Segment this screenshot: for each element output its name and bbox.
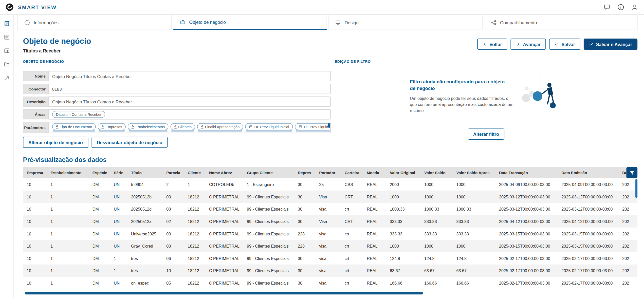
- info-icon: [617, 4, 624, 11]
- field-value-conector[interactable]: 8183: [48, 84, 330, 94]
- cell-grupo-cliente: 99 - Clientes Especiais: [243, 194, 294, 199]
- cell-dat: 202: [619, 256, 638, 260]
- folder-icon: [4, 61, 10, 67]
- field-areas: ÁreasDatasul - Contas a Receber: [23, 109, 331, 120]
- calendar-icon: [299, 125, 302, 129]
- tab-objeto-de-negocio[interactable]: Objeto de negócio: [173, 15, 327, 30]
- avancar-button[interactable]: Avançar: [511, 39, 546, 50]
- cell-cliente: 18212: [184, 207, 205, 211]
- cell-portador: visa: [316, 256, 341, 260]
- cell-data-transacao: 2025-02-17T00:00:00-03:00: [495, 268, 558, 273]
- cell-valor-saldo: 166.66: [420, 281, 452, 285]
- account-button[interactable]: [631, 4, 638, 11]
- cell-serie: UN: [110, 207, 127, 211]
- cell-serie: UN: [110, 219, 127, 224]
- cell-data-emissao: 2025-02-17T00:00:00-03:00: [558, 268, 619, 273]
- sidebar-item-wand[interactable]: [2, 73, 11, 83]
- cell-grupo-cliente: 99 - Clientes Especiais: [243, 268, 294, 273]
- page-head: Objeto de negócio Títulos a Receber Volt…: [23, 35, 637, 53]
- cell-titulo: Grav_Ccred: [127, 244, 162, 248]
- chip-tipo-de-documento: ATipo de Documento: [52, 123, 96, 130]
- column-header-portador: Portador: [316, 171, 341, 175]
- cell-valor-saldo-apres: 1000: [453, 244, 495, 248]
- cell-serie: UN: [110, 182, 127, 187]
- cell-valor-original: 1000.33: [386, 207, 420, 211]
- cell-estabelecimento: 1: [47, 244, 89, 248]
- sidebar-item-table[interactable]: [2, 46, 11, 55]
- feedback-button[interactable]: [603, 4, 611, 11]
- cell-carteira: crt: [341, 256, 363, 260]
- totvs-logo-icon: [6, 3, 14, 11]
- cell-nome-abrev: C PERIMETRAL: [205, 244, 243, 248]
- sidebar-item-folder[interactable]: [2, 59, 11, 69]
- cell-titulo: 20250512b: [127, 194, 162, 199]
- cell-data-transacao: 2025-02-17T00:00:00-03:00: [495, 256, 558, 260]
- alterar-objeto-de-negocio-button[interactable]: Alterar objeto de negócio: [23, 137, 88, 148]
- cell-dat: 202: [619, 219, 638, 224]
- cell-moeda: REAL: [363, 207, 386, 211]
- app-shell: InformaçõesObjeto de negócioDesignCompar…: [0, 15, 644, 298]
- cell-empresa: 10: [23, 281, 47, 285]
- params-scrollbar[interactable]: [328, 123, 330, 128]
- tab-design[interactable]: Design: [328, 15, 483, 30]
- table-filter-button[interactable]: [626, 167, 637, 178]
- column-header-data-transacao: Data Transação: [495, 171, 558, 175]
- cell-valor-original: 1000: [386, 244, 420, 248]
- field-value-areas[interactable]: Datasul - Contas a Receber: [48, 109, 330, 120]
- chevron-left-icon: [483, 42, 487, 46]
- field-value-descricao[interactable]: Objeto Negócio Títulos Contas a Receber: [48, 97, 330, 107]
- salvar-button[interactable]: Salvar: [549, 39, 580, 50]
- filter-edit-panel: EDIÇÃO DE FILTRO Filtro ainda não config…: [335, 60, 637, 148]
- column-header-parcela: Parcela: [163, 171, 184, 175]
- user-icon: [631, 4, 638, 11]
- voltar-button[interactable]: Voltar: [477, 39, 507, 50]
- info-button[interactable]: [617, 4, 624, 11]
- cell-valor-saldo: 1000: [420, 244, 452, 248]
- filter-empty-title: Filtro ainda não configurado para o obje…: [410, 79, 508, 92]
- salvar-e-avancar-button[interactable]: Salvar e Avançar: [584, 39, 637, 50]
- tab-informacoes[interactable]: Informações: [17, 15, 172, 30]
- tab-label: Objeto de negócio: [189, 20, 226, 24]
- cell-repres: 30: [294, 219, 315, 224]
- cell-cliente: 18212: [184, 194, 205, 199]
- cell-valor-saldo-apres: 333.33: [453, 219, 495, 224]
- button-label: Alterar objeto de negócio: [28, 140, 83, 145]
- grid-icon: [4, 47, 10, 53]
- table-row: 101DM1tres1018212C PERIMETRAL99 - Client…: [23, 265, 637, 277]
- cell-data-emissao: 2025-02-17T00:00:00-03:00: [558, 256, 619, 260]
- column-header-estabelecimento: Estabelecimento: [47, 171, 89, 175]
- cell-moeda: REAL: [363, 256, 386, 260]
- cell-parcela: 03: [163, 231, 184, 236]
- field-value-parametros[interactable]: ATipo de DocumentoAEmpresasAEstabelecime…: [48, 122, 330, 133]
- field-value-nome[interactable]: Objeto Negócio Títulos Contas a Receber: [48, 71, 330, 81]
- alpha-param-icon: A: [56, 125, 58, 129]
- cell-data-transacao: 2025-03-12T00:00:00-03:00: [495, 207, 558, 211]
- table-row: 101DMUN20250512d0318212C PERIMETRAL99 - …: [23, 203, 637, 215]
- cell-dat: 202: [619, 182, 638, 187]
- tab-compartilhamento[interactable]: Compartilhamento: [484, 15, 638, 30]
- desvincular-objeto-de-negocio-button[interactable]: Desvincular objeto de negócio: [91, 137, 168, 148]
- sidebar-item-list[interactable]: [2, 32, 11, 42]
- column-header-grupo-cliente: Grupo Cliente: [243, 171, 294, 175]
- cell-nome-abrev: C PERIMETRAL: [205, 281, 243, 285]
- alterar-filtro-label: Alterar filtro: [473, 132, 499, 136]
- cell-repres: 30: [294, 256, 315, 260]
- button-label: Desvincular objeto de negócio: [97, 140, 162, 145]
- column-header-data-emissao: Data Emissão: [558, 171, 619, 175]
- alterar-filtro-button[interactable]: Alterar filtro: [468, 128, 504, 140]
- cell-valor-saldo-apres: 63.67: [453, 268, 495, 273]
- app-title: SMART VIEW: [18, 4, 57, 10]
- table-vertical-scrollbar[interactable]: [635, 179, 637, 198]
- sidebar-item-report[interactable]: [2, 18, 11, 28]
- chip-label: Tipo de Documento: [60, 125, 92, 129]
- alpha-param-icon: A: [174, 125, 176, 129]
- column-header-titulo: Título: [127, 171, 162, 175]
- table-horizontal-scrollbar[interactable]: [25, 292, 423, 294]
- cell-dat: 202: [619, 268, 638, 273]
- button-label: Salvar e Avançar: [596, 42, 632, 46]
- table-row: 101DMUN20250512b0318212C PERIMETRAL99 - …: [23, 191, 637, 203]
- preview-title: Pré-visualização dos dados: [23, 156, 637, 163]
- field-nome: NomeObjeto Negócio Títulos Contas a Rece…: [23, 71, 331, 81]
- column-header-nome-abrev: Nome Abrev: [205, 171, 243, 175]
- calendar-icon: [249, 125, 253, 129]
